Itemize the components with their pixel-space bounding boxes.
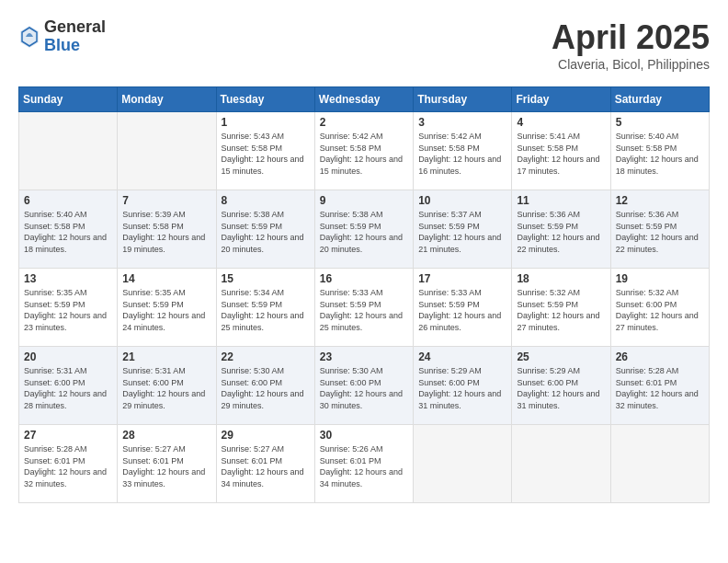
day-number: 1 <box>222 116 310 129</box>
day-info: Sunrise: 5:27 AMSunset: 6:01 PMDaylight:… <box>122 443 210 489</box>
day-info: Sunrise: 5:26 AMSunset: 6:01 PMDaylight:… <box>320 443 408 489</box>
table-row: 8Sunrise: 5:38 AMSunset: 5:59 PMDaylight… <box>216 190 314 269</box>
col-tuesday: Tuesday <box>216 87 314 112</box>
day-info: Sunrise: 5:37 AMSunset: 5:59 PMDaylight:… <box>418 209 506 255</box>
day-info: Sunrise: 5:42 AMSunset: 5:58 PMDaylight:… <box>320 131 408 177</box>
day-info: Sunrise: 5:39 AMSunset: 5:58 PMDaylight:… <box>122 209 210 255</box>
calendar-row-0: 1Sunrise: 5:43 AMSunset: 5:58 PMDaylight… <box>19 112 710 190</box>
day-info: Sunrise: 5:32 AMSunset: 5:59 PMDaylight:… <box>517 287 605 333</box>
table-row: 13Sunrise: 5:35 AMSunset: 5:59 PMDayligh… <box>19 269 118 347</box>
day-number: 12 <box>616 194 704 207</box>
table-row: 4Sunrise: 5:41 AMSunset: 5:58 PMDaylight… <box>512 112 610 190</box>
day-number: 15 <box>222 272 310 285</box>
day-number: 14 <box>122 272 210 285</box>
col-friday: Friday <box>512 87 610 112</box>
calendar-body: 1Sunrise: 5:43 AMSunset: 5:58 PMDaylight… <box>19 112 710 503</box>
table-row <box>610 425 709 503</box>
day-number: 2 <box>320 116 408 129</box>
table-row <box>414 425 512 503</box>
table-row: 5Sunrise: 5:40 AMSunset: 5:58 PMDaylight… <box>610 112 709 190</box>
table-row <box>19 112 118 190</box>
calendar: Sunday Monday Tuesday Wednesday Thursday… <box>18 86 710 503</box>
day-info: Sunrise: 5:30 AMSunset: 6:00 PMDaylight:… <box>320 365 408 411</box>
day-info: Sunrise: 5:36 AMSunset: 5:59 PMDaylight:… <box>616 209 704 255</box>
day-number: 28 <box>122 429 210 442</box>
day-number: 21 <box>122 350 210 363</box>
table-row: 12Sunrise: 5:36 AMSunset: 5:59 PMDayligh… <box>610 190 709 269</box>
day-number: 23 <box>320 350 408 363</box>
table-row: 1Sunrise: 5:43 AMSunset: 5:58 PMDaylight… <box>216 112 314 190</box>
day-number: 4 <box>517 116 605 129</box>
table-row: 18Sunrise: 5:32 AMSunset: 5:59 PMDayligh… <box>512 269 610 347</box>
col-wednesday: Wednesday <box>314 87 413 112</box>
table-row: 22Sunrise: 5:30 AMSunset: 6:00 PMDayligh… <box>216 347 314 425</box>
table-row: 20Sunrise: 5:31 AMSunset: 6:00 PMDayligh… <box>19 347 118 425</box>
calendar-row-1: 6Sunrise: 5:40 AMSunset: 5:58 PMDaylight… <box>19 190 710 269</box>
table-row: 27Sunrise: 5:28 AMSunset: 6:01 PMDayligh… <box>19 425 118 503</box>
logo-icon <box>18 24 40 50</box>
table-row: 16Sunrise: 5:33 AMSunset: 5:59 PMDayligh… <box>314 269 413 347</box>
day-number: 24 <box>418 350 506 363</box>
logo: General Blue <box>18 18 106 55</box>
day-info: Sunrise: 5:29 AMSunset: 6:00 PMDaylight:… <box>418 365 506 411</box>
day-number: 11 <box>517 194 605 207</box>
day-number: 5 <box>616 116 704 129</box>
day-number: 26 <box>616 350 704 363</box>
table-row: 21Sunrise: 5:31 AMSunset: 6:00 PMDayligh… <box>118 347 216 425</box>
table-row: 3Sunrise: 5:42 AMSunset: 5:58 PMDaylight… <box>414 112 512 190</box>
day-number: 22 <box>222 350 310 363</box>
day-number: 9 <box>320 194 408 207</box>
location: Claveria, Bicol, Philippines <box>552 57 710 72</box>
day-number: 20 <box>24 350 112 363</box>
table-row: 23Sunrise: 5:30 AMSunset: 6:00 PMDayligh… <box>314 347 413 425</box>
day-info: Sunrise: 5:41 AMSunset: 5:58 PMDaylight:… <box>517 131 605 177</box>
day-info: Sunrise: 5:36 AMSunset: 5:59 PMDaylight:… <box>517 209 605 255</box>
day-info: Sunrise: 5:38 AMSunset: 5:59 PMDaylight:… <box>222 209 310 255</box>
day-number: 7 <box>122 194 210 207</box>
day-info: Sunrise: 5:28 AMSunset: 6:01 PMDaylight:… <box>616 365 704 411</box>
col-thursday: Thursday <box>414 87 512 112</box>
header: General Blue April 2025 Claveria, Bicol,… <box>18 18 710 72</box>
day-number: 30 <box>320 429 408 442</box>
col-monday: Monday <box>118 87 216 112</box>
day-info: Sunrise: 5:30 AMSunset: 6:00 PMDaylight:… <box>222 365 310 411</box>
day-info: Sunrise: 5:29 AMSunset: 6:00 PMDaylight:… <box>517 365 605 411</box>
month-year: April 2025 <box>552 18 710 57</box>
table-row: 26Sunrise: 5:28 AMSunset: 6:01 PMDayligh… <box>610 347 709 425</box>
table-row: 19Sunrise: 5:32 AMSunset: 6:00 PMDayligh… <box>610 269 709 347</box>
table-row: 6Sunrise: 5:40 AMSunset: 5:58 PMDaylight… <box>19 190 118 269</box>
calendar-row-3: 20Sunrise: 5:31 AMSunset: 6:00 PMDayligh… <box>19 347 710 425</box>
day-info: Sunrise: 5:32 AMSunset: 6:00 PMDaylight:… <box>616 287 704 333</box>
day-number: 29 <box>222 429 310 442</box>
table-row <box>512 425 610 503</box>
day-number: 19 <box>616 272 704 285</box>
calendar-header-row: Sunday Monday Tuesday Wednesday Thursday… <box>19 87 710 112</box>
table-row <box>118 112 216 190</box>
day-info: Sunrise: 5:27 AMSunset: 6:01 PMDaylight:… <box>222 443 310 489</box>
day-info: Sunrise: 5:28 AMSunset: 6:01 PMDaylight:… <box>24 443 112 489</box>
day-number: 27 <box>24 429 112 442</box>
day-info: Sunrise: 5:38 AMSunset: 5:59 PMDaylight:… <box>320 209 408 255</box>
table-row: 25Sunrise: 5:29 AMSunset: 6:00 PMDayligh… <box>512 347 610 425</box>
day-number: 6 <box>24 194 112 207</box>
day-info: Sunrise: 5:43 AMSunset: 5:58 PMDaylight:… <box>222 131 310 177</box>
day-info: Sunrise: 5:33 AMSunset: 5:59 PMDaylight:… <box>418 287 506 333</box>
title-section: April 2025 Claveria, Bicol, Philippines <box>552 18 710 72</box>
day-number: 16 <box>320 272 408 285</box>
day-number: 3 <box>418 116 506 129</box>
day-info: Sunrise: 5:40 AMSunset: 5:58 PMDaylight:… <box>616 131 704 177</box>
col-sunday: Sunday <box>19 87 118 112</box>
day-info: Sunrise: 5:40 AMSunset: 5:58 PMDaylight:… <box>24 209 112 255</box>
day-number: 25 <box>517 350 605 363</box>
day-number: 18 <box>517 272 605 285</box>
day-info: Sunrise: 5:35 AMSunset: 5:59 PMDaylight:… <box>122 287 210 333</box>
day-number: 10 <box>418 194 506 207</box>
logo-text: General Blue <box>44 18 106 55</box>
table-row: 9Sunrise: 5:38 AMSunset: 5:59 PMDaylight… <box>314 190 413 269</box>
day-number: 13 <box>24 272 112 285</box>
table-row: 14Sunrise: 5:35 AMSunset: 5:59 PMDayligh… <box>118 269 216 347</box>
col-saturday: Saturday <box>610 87 709 112</box>
calendar-row-4: 27Sunrise: 5:28 AMSunset: 6:01 PMDayligh… <box>19 425 710 503</box>
table-row: 28Sunrise: 5:27 AMSunset: 6:01 PMDayligh… <box>118 425 216 503</box>
table-row: 15Sunrise: 5:34 AMSunset: 5:59 PMDayligh… <box>216 269 314 347</box>
